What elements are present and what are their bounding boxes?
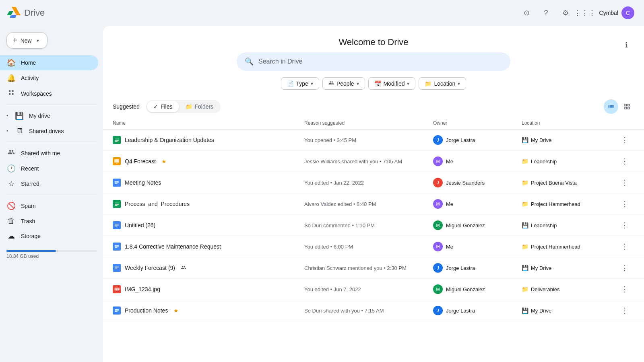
owner-name: Jessie Saunders <box>446 180 485 186</box>
tab-folders[interactable]: 📁 Folders <box>179 101 220 112</box>
sidebar-item-trash[interactable]: 🗑 Trash <box>0 214 98 228</box>
file-reason: Jessie Williams shared with you • 7:05 A… <box>304 158 433 165</box>
docs-icon <box>113 243 121 251</box>
sidebar-item-label: Trash <box>21 218 35 224</box>
new-btn-container: + New ▾ <box>0 29 103 55</box>
sidebar-item-spam[interactable]: 🚫 Spam <box>0 198 98 214</box>
info-button[interactable]: ℹ <box>618 37 634 53</box>
more-actions-button[interactable]: ⋮ <box>618 219 631 232</box>
sidebar-item-starred[interactable]: ☆ Starred <box>0 176 98 191</box>
more-actions-button[interactable]: ⋮ <box>618 134 631 146</box>
table-row[interactable]: Weekly Forecast (9) Christian Schwarz me… <box>103 257 644 279</box>
chevron-down-icon: ▾ <box>357 81 359 86</box>
chevron-down-icon: ▾ <box>37 38 39 43</box>
suggested-bar: Suggested ✓ Files 📁 Folders <box>103 96 644 117</box>
trash-icon: 🗑 <box>6 217 16 225</box>
user-menu[interactable]: Cymbal C <box>596 5 638 21</box>
owner-name: Miguel Gonzalez <box>446 222 485 228</box>
svg-rect-9 <box>114 159 119 162</box>
sidebar-item-shared-drives[interactable]: • 🖥 Shared drives <box>0 123 98 138</box>
shared-drives-icon: 🖥 <box>14 127 24 135</box>
table-row[interactable]: Q4 Forecast ★ Jessie Williams shared wit… <box>103 151 644 172</box>
search-bar[interactable]: 🔍 Search in Drive <box>237 52 510 71</box>
more-actions-button[interactable]: ⋮ <box>618 304 631 317</box>
table-row[interactable]: Meeting Notes You edited • Jan 22, 2022 … <box>103 172 644 193</box>
table-row[interactable]: PDF IMG_1234.jpg You edited • Jun 7, 202… <box>103 279 644 300</box>
table-header: Name Reason suggested Owner Location <box>103 117 644 130</box>
app-logo[interactable]: Drive <box>6 6 45 20</box>
table-row[interactable]: Untitled (26) So Duri commented • 1:10 P… <box>103 215 644 236</box>
file-name: Weekly Forecast (9) <box>125 265 175 271</box>
view-type-tabs: ✓ Files 📁 Folders <box>146 100 221 113</box>
sidebar-item-my-drive[interactable]: • 💾 My drive <box>0 108 98 123</box>
location-folder-icon: 📁 <box>522 243 528 250</box>
filter-people[interactable]: People ▾ <box>322 77 365 90</box>
sidebar-item-shared-with-me[interactable]: Shared with me <box>0 145 98 161</box>
sidebar-item-label: Activity <box>21 75 39 81</box>
type-icon: 📄 <box>287 80 294 87</box>
filter-location[interactable]: 📁 Location ▾ <box>419 77 466 90</box>
table-row[interactable]: 1.8.4 Corrective Maintenance Request You… <box>103 236 644 257</box>
file-name-cell: PDF IMG_1234.jpg <box>113 285 304 293</box>
apps-icon-btn[interactable]: ⋮⋮⋮ <box>577 5 593 21</box>
plus-icon: + <box>12 36 17 45</box>
sidebar-item-storage[interactable]: ☁ Storage <box>0 228 98 244</box>
more-actions-button[interactable]: ⋮ <box>618 261 631 274</box>
help-icon-btn[interactable]: ? <box>538 5 554 21</box>
sidebar-item-recent[interactable]: 🕐 Recent <box>0 161 98 176</box>
file-reason: Alvaro Valdez edited • 8:40 PM <box>304 201 433 207</box>
list-view-button[interactable] <box>604 99 618 114</box>
table-row[interactable]: Process_and_Procedures Alvaro Valdez edi… <box>103 193 644 215</box>
chevron-down-icon: ▾ <box>407 81 409 86</box>
filter-type-label: Type <box>296 80 308 87</box>
more-actions-button[interactable]: ⋮ <box>618 283 631 296</box>
location-name: Project Buena Vista <box>531 180 577 186</box>
checkmark-icon-btn[interactable]: ⊙ <box>519 5 535 21</box>
location-name: My Drive <box>531 265 551 271</box>
sidebar-item-label: Spam <box>21 203 36 209</box>
file-owner: M Miguel Gonzalez <box>433 284 522 294</box>
file-location: 📁 Project Buena Vista <box>522 179 618 186</box>
sidebar-item-workspaces[interactable]: Workspaces <box>0 86 98 101</box>
file-name: Leadership & Organization Updates <box>125 137 214 143</box>
new-button[interactable]: + New ▾ <box>6 32 47 49</box>
sheets-icon <box>113 200 121 208</box>
location-folder-icon: 📁 <box>522 201 528 207</box>
tab-files[interactable]: ✓ Files <box>147 101 179 112</box>
sheets-icon <box>113 136 121 144</box>
new-button-label: New <box>21 37 32 44</box>
svg-text:PDF: PDF <box>114 288 120 291</box>
more-actions-button[interactable]: ⋮ <box>618 155 631 168</box>
app-name: Drive <box>24 8 45 18</box>
file-location: 📁 Project Hammerhead <box>522 243 618 250</box>
tab-files-label: Files <box>161 103 173 110</box>
table-row[interactable]: Production Notes ★ So Duri shared with y… <box>103 300 644 321</box>
more-actions-button[interactable]: ⋮ <box>618 240 631 253</box>
page-title: Welcome to Drive <box>339 37 408 47</box>
suggested-title: Suggested <box>113 103 140 110</box>
sidebar-item-home[interactable]: 🏠 Home <box>0 55 98 70</box>
docs-icon <box>113 306 121 315</box>
filter-type[interactable]: 📄 Type ▾ <box>281 77 319 90</box>
storage-info: 18.34 GB used <box>0 244 103 262</box>
more-actions-button[interactable]: ⋮ <box>618 176 631 189</box>
location-drive-icon: 💾 <box>522 137 528 143</box>
divider <box>6 105 97 105</box>
grid-view-button[interactable] <box>620 99 634 114</box>
suggested-left: Suggested ✓ Files 📁 Folders <box>113 100 221 113</box>
owner-avatar: J <box>433 135 443 145</box>
owner-name: Me <box>446 158 453 165</box>
settings-icon-btn[interactable]: ⚙ <box>557 5 574 21</box>
file-name-cell: Meeting Notes <box>113 179 304 187</box>
sidebar-item-label: Starred <box>21 181 39 187</box>
filter-modified[interactable]: 📅 Modified ▾ <box>368 77 416 90</box>
more-actions-button[interactable]: ⋮ <box>618 197 631 210</box>
table-row[interactable]: Leadership & Organization Updates You op… <box>103 130 644 151</box>
file-name: IMG_1234.jpg <box>125 286 160 292</box>
sidebar-item-label: Shared drives <box>29 128 64 134</box>
sidebar-item-label: My drive <box>29 113 50 119</box>
sidebar-item-activity[interactable]: 🔔 Activity <box>0 70 98 86</box>
svg-marker-1 <box>7 11 13 15</box>
file-name: Q4 Forecast <box>125 158 156 165</box>
owner-name: Me <box>446 244 453 250</box>
